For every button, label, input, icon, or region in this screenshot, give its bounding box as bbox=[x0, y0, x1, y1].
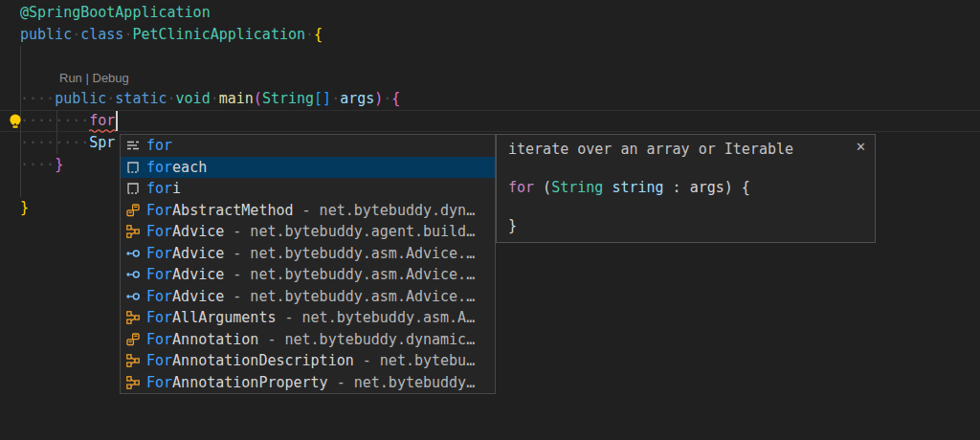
suggest-docs-panel: iterate over an array or Iterable ✕ for … bbox=[496, 134, 876, 243]
docs-code-line-2: } bbox=[508, 217, 517, 234]
class-icon bbox=[125, 332, 141, 347]
interface-icon bbox=[125, 267, 141, 282]
interface-icon bbox=[125, 289, 141, 304]
suggest-item-forannotationproperty[interactable]: ForAnnotationProperty - net.bytebuddy… bbox=[121, 372, 495, 394]
code-line-main-declaration[interactable]: ····public·static·void·main(String[]·arg… bbox=[20, 88, 400, 110]
lightbulb-icon[interactable] bbox=[7, 113, 24, 130]
class-icon bbox=[125, 203, 141, 218]
current-line-highlight bbox=[0, 110, 980, 132]
suggest-item-foreach[interactable]: foreach bbox=[121, 157, 495, 179]
struct-icon bbox=[125, 353, 141, 368]
codelens-separator: | bbox=[85, 71, 88, 85]
codelens-run-debug: Run | Debug bbox=[59, 69, 129, 87]
struct-icon bbox=[125, 375, 141, 390]
suggest-item-forallarguments[interactable]: ForAllArguments - net.bytebuddy.asm.A… bbox=[121, 307, 495, 329]
keyword-icon bbox=[125, 138, 141, 153]
suggest-item-for[interactable]: for bbox=[121, 135, 495, 157]
code-line-class-declaration[interactable]: public·class·PetClinicApplication·{ bbox=[20, 24, 323, 46]
codelens-run-link[interactable]: Run bbox=[59, 71, 82, 85]
code-line-partial-spr[interactable]: ········Spr bbox=[20, 132, 115, 154]
editor: @SpringBootApplication public·class·PetC… bbox=[0, 0, 980, 440]
snippet-icon bbox=[125, 160, 141, 175]
code-line-method-close[interactable]: ····} bbox=[20, 154, 63, 176]
code-line-annotation[interactable]: @SpringBootApplication bbox=[20, 2, 211, 24]
suggest-item-foradvice-asm-1[interactable]: ForAdvice - net.bytebuddy.asm.Advice.… bbox=[121, 243, 495, 265]
suggest-item-forabstractmethod[interactable]: ForAbstractMethod - net.bytebuddy.dyn… bbox=[121, 200, 495, 222]
docs-code-line-1: for (String string : args) { bbox=[508, 179, 750, 196]
text-cursor bbox=[116, 111, 118, 131]
struct-icon bbox=[125, 224, 141, 239]
interface-icon bbox=[125, 246, 141, 261]
suggest-item-fori[interactable]: fori bbox=[121, 178, 495, 200]
codelens-debug-link[interactable]: Debug bbox=[93, 71, 129, 85]
suggest-item-forannotation[interactable]: ForAnnotation - net.bytebuddy.dynamic… bbox=[121, 329, 495, 351]
suggest-item-forannotationdescription[interactable]: ForAnnotationDescription - net.bytebu… bbox=[121, 350, 495, 372]
struct-icon bbox=[125, 310, 141, 325]
suggest-item-foradvice-asm-3[interactable]: ForAdvice - net.bytebuddy.asm.Advice.… bbox=[121, 286, 495, 308]
docs-summary-text: iterate over an array or Iterable bbox=[508, 141, 793, 158]
code-line-class-close[interactable]: } bbox=[20, 197, 29, 219]
snippet-icon bbox=[125, 181, 141, 196]
suggest-widget: for foreach fori ForAbstractMethod - net… bbox=[120, 134, 496, 394]
close-icon[interactable]: ✕ bbox=[856, 140, 866, 154]
error-squiggle bbox=[89, 128, 116, 134]
suggest-item-foradvice-asm-2[interactable]: ForAdvice - net.bytebuddy.asm.Advice.… bbox=[121, 264, 495, 286]
suggest-item-foradvice-agent[interactable]: ForAdvice - net.bytebuddy.agent.build… bbox=[121, 221, 495, 243]
